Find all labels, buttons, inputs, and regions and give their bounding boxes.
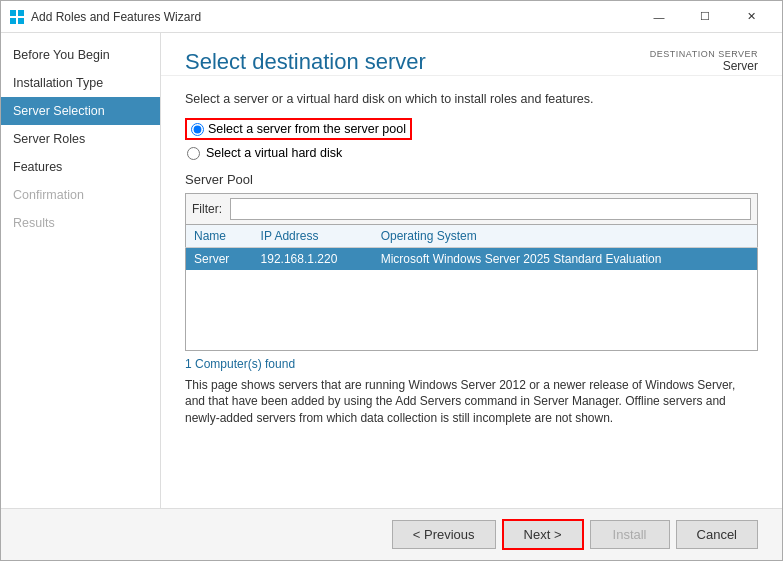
maximize-button[interactable]: ☐ — [682, 1, 728, 33]
cell-server-ip: 192.168.1.220 — [253, 248, 373, 271]
minimize-button[interactable]: — — [636, 1, 682, 33]
filter-label: Filter: — [192, 202, 222, 216]
destination-server-info: DESTINATION SERVER Server — [650, 49, 758, 73]
computers-found: 1 Computer(s) found — [185, 357, 758, 371]
empty-row-1 — [186, 270, 758, 290]
server-pool-section: Server Pool Filter: Name IP Address Oper… — [185, 172, 758, 427]
window-controls: — ☐ ✕ — [636, 1, 774, 33]
radio-virtual-disk[interactable] — [187, 147, 200, 160]
col-name[interactable]: Name — [186, 225, 253, 248]
cancel-button[interactable]: Cancel — [676, 520, 758, 549]
window-title: Add Roles and Features Wizard — [31, 10, 630, 24]
radio-option-pool-wrapper: Select a server from the server pool — [185, 118, 758, 140]
sidebar-item-before-you-begin[interactable]: Before You Begin — [1, 41, 160, 69]
sidebar: Before You Begin Installation Type Serve… — [1, 33, 161, 508]
svg-rect-3 — [18, 18, 24, 24]
server-pool-label: Server Pool — [185, 172, 758, 187]
sidebar-item-installation-type[interactable]: Installation Type — [1, 69, 160, 97]
svg-rect-1 — [18, 10, 24, 16]
main-content: Select destination server DESTINATION SE… — [161, 33, 782, 508]
content-area: Before You Begin Installation Type Serve… — [1, 33, 782, 508]
empty-row-2 — [186, 290, 758, 310]
footer: < Previous Next > Install Cancel — [1, 508, 782, 560]
radio-server-pool[interactable] — [191, 123, 204, 136]
sidebar-item-features[interactable]: Features — [1, 153, 160, 181]
info-text: This page shows servers that are running… — [185, 377, 758, 427]
svg-rect-2 — [10, 18, 16, 24]
sidebar-item-confirmation: Confirmation — [1, 181, 160, 209]
page-title: Select destination server — [185, 49, 426, 75]
filter-input[interactable] — [230, 198, 751, 220]
install-button: Install — [590, 520, 670, 549]
sidebar-item-server-roles[interactable]: Server Roles — [1, 125, 160, 153]
col-ip[interactable]: IP Address — [253, 225, 373, 248]
destination-server-value: Server — [650, 59, 758, 73]
col-os[interactable]: Operating System — [373, 225, 758, 248]
radio-vhd-label[interactable]: Select a virtual hard disk — [206, 146, 342, 160]
empty-row-4 — [186, 330, 758, 350]
destination-server-label: DESTINATION SERVER — [650, 49, 758, 59]
filter-row: Filter: — [185, 193, 758, 224]
radio-group: Select a server from the server pool Sel… — [185, 118, 758, 160]
main-window: Add Roles and Features Wizard — ☐ ✕ Befo… — [0, 0, 783, 561]
table-row[interactable]: Server 192.168.1.220 Microsoft Windows S… — [186, 248, 758, 271]
radio-option-vhd-wrapper: Select a virtual hard disk — [187, 146, 758, 160]
close-button[interactable]: ✕ — [728, 1, 774, 33]
cell-server-name: Server — [186, 248, 253, 271]
previous-button[interactable]: < Previous — [392, 520, 496, 549]
empty-row-3 — [186, 310, 758, 330]
svg-rect-0 — [10, 10, 16, 16]
sidebar-item-server-selection[interactable]: Server Selection — [1, 97, 160, 125]
cell-server-os: Microsoft Windows Server 2025 Standard E… — [373, 248, 758, 271]
sidebar-item-results: Results — [1, 209, 160, 237]
radio-pool-label[interactable]: Select a server from the server pool — [208, 122, 406, 136]
app-icon — [9, 9, 25, 25]
server-table: Name IP Address Operating System Server … — [185, 224, 758, 351]
main-header: Select destination server DESTINATION SE… — [161, 33, 782, 76]
next-button[interactable]: Next > — [502, 519, 584, 550]
radio-pool-highlight: Select a server from the server pool — [185, 118, 412, 140]
instruction-text: Select a server or a virtual hard disk o… — [185, 92, 758, 106]
title-bar: Add Roles and Features Wizard — ☐ ✕ — [1, 1, 782, 33]
main-body: Select a server or a virtual hard disk o… — [161, 76, 782, 508]
